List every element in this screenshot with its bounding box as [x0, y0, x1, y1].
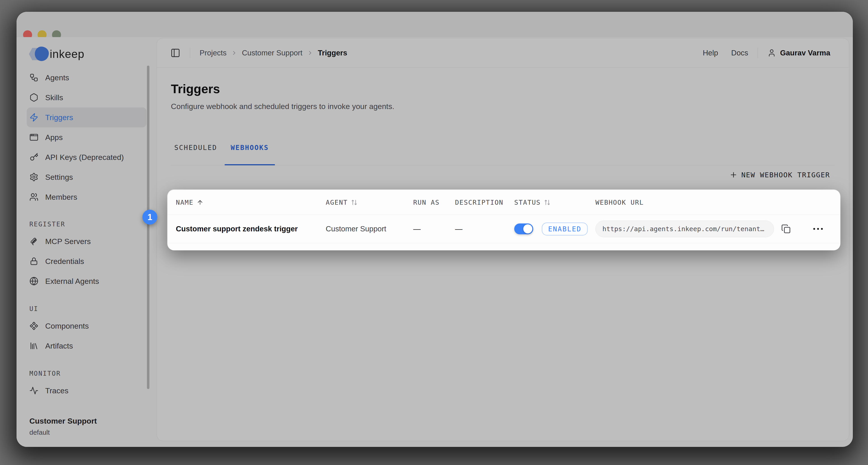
library-icon	[29, 341, 38, 350]
lock-icon	[29, 257, 38, 266]
sidebar-item-label: API Keys (Deprecated)	[45, 153, 124, 162]
user-menu[interactable]: Gaurav Varma	[767, 49, 830, 57]
tab-webhooks[interactable]: WEBHOOKS	[225, 138, 275, 165]
sidebar-section-ui: UI	[27, 301, 147, 316]
column-header-webhook-url: WEBHOOK URL	[595, 190, 840, 215]
sidebar-item-members[interactable]: Members	[27, 187, 147, 207]
mcp-icon	[29, 237, 38, 246]
sidebar-section-register: REGISTER	[27, 217, 147, 231]
status-badge: ENABLED	[542, 223, 588, 235]
sort-both-icon	[544, 199, 551, 206]
inkeep-logo: inkeep	[29, 47, 84, 61]
inkeep-logo-text: inkeep	[50, 48, 84, 61]
tab-scheduled[interactable]: SCHEDULED	[168, 138, 223, 165]
sidebar-item-label: Apps	[45, 133, 63, 142]
tabs: SCHEDULED WEBHOOKS	[168, 138, 275, 165]
sidebar-item-label: Skills	[45, 93, 63, 102]
gear-icon	[29, 173, 38, 182]
docs-link[interactable]: Docs	[731, 49, 748, 57]
breadcrumb-customer-support[interactable]: Customer Support	[242, 49, 303, 57]
sidebar-item-skills[interactable]: Skills	[27, 88, 147, 108]
table-row: Customer support zendesk trigger Custome…	[168, 215, 840, 243]
column-header-status[interactable]: STATUS	[514, 190, 595, 215]
trigger-run-as-cell: —	[413, 215, 455, 243]
column-header-description: DESCRIPTION	[455, 190, 514, 215]
sidebar-item-label: MCP Servers	[45, 237, 91, 246]
help-link[interactable]: Help	[703, 49, 718, 57]
breadcrumb: Projects Customer Support Triggers	[199, 49, 347, 57]
sidebar-item-label: External Agents	[45, 277, 99, 286]
inkeep-logo-icon	[29, 47, 46, 61]
user-name: Gaurav Varma	[780, 49, 830, 57]
trigger-agent-cell: Customer Support	[326, 215, 413, 243]
user-icon	[767, 49, 776, 57]
sidebar-item-label: Agents	[45, 73, 69, 82]
users-icon	[29, 193, 38, 202]
webhook-triggers-table: NAME AGENT RUN AS DESCRIPTION STATUS	[167, 190, 841, 251]
toggle-knob	[523, 224, 532, 233]
sidebar-nav: Agents Skills Triggers Apps API Keys (De…	[27, 68, 147, 401]
column-header-run-as: RUN AS	[413, 190, 455, 215]
sidebar-item-settings[interactable]: Settings	[27, 167, 147, 187]
sidebar-item-label: Credentials	[45, 257, 84, 266]
annotation-step-badge: 1	[143, 210, 157, 225]
sidebar-item-credentials[interactable]: Credentials	[27, 251, 147, 271]
chevron-right-icon	[307, 50, 313, 56]
page-subtitle: Configure webhook and scheduled triggers…	[171, 102, 395, 111]
key-icon	[29, 153, 38, 162]
sidebar-item-label: Components	[45, 322, 89, 330]
activity-icon	[29, 386, 38, 395]
plus-icon	[730, 171, 738, 179]
copy-icon[interactable]	[781, 224, 791, 234]
sidebar-scrollbar[interactable]	[147, 66, 149, 389]
trigger-webhook-url-cell: https://api.agents.inkeep.com/run/tenant…	[595, 215, 840, 243]
app-window: inkeep Agents Skills Triggers Apps API K…	[17, 12, 853, 447]
workflow-icon	[29, 73, 38, 82]
globe-icon	[29, 277, 38, 286]
sidebar-item-traces[interactable]: Traces	[27, 381, 147, 401]
column-header-name[interactable]: NAME	[176, 190, 326, 215]
page-title: Triggers	[171, 82, 220, 96]
sidebar-item-mcp-servers[interactable]: MCP Servers	[27, 231, 147, 251]
table-header-row: NAME AGENT RUN AS DESCRIPTION STATUS	[168, 190, 840, 215]
component-icon	[29, 321, 38, 330]
breadcrumb-triggers: Triggers	[318, 49, 347, 57]
column-header-agent[interactable]: AGENT	[326, 190, 413, 215]
status-toggle[interactable]	[514, 224, 533, 234]
zap-icon	[29, 113, 38, 122]
sort-both-icon	[351, 199, 358, 206]
trigger-name-cell: Customer support zendesk trigger	[176, 215, 326, 243]
sidebar-item-label: Members	[45, 193, 77, 202]
macos-titlebar	[17, 12, 853, 37]
trigger-description-cell: —	[455, 215, 514, 243]
new-webhook-trigger-label: NEW WEBHOOK TRIGGER	[741, 171, 830, 179]
breadcrumb-projects[interactable]: Projects	[199, 49, 226, 57]
sidebar-item-components[interactable]: Components	[27, 316, 147, 336]
sidebar-item-label: Settings	[45, 173, 73, 182]
main-content-card: Projects Customer Support Triggers Help …	[157, 38, 849, 441]
card-header: Projects Customer Support Triggers Help …	[157, 38, 849, 68]
row-actions-menu-icon[interactable]	[813, 228, 823, 230]
sidebar-item-agents[interactable]: Agents	[27, 68, 147, 88]
sidebar-item-api-keys[interactable]: API Keys (Deprecated)	[27, 147, 147, 167]
sidebar-section-monitor: MONITOR	[27, 366, 147, 381]
sidebar-item-label: Artifacts	[45, 342, 73, 350]
sidebar-item-artifacts[interactable]: Artifacts	[27, 336, 147, 356]
chevron-right-icon	[231, 50, 237, 56]
webhook-url-field[interactable]: https://api.agents.inkeep.com/run/tenant…	[595, 221, 774, 237]
sidebar-item-label: Triggers	[45, 113, 73, 122]
sidebar-item-external-agents[interactable]: External Agents	[27, 271, 147, 291]
trigger-status-cell: ENABLED	[514, 215, 595, 243]
new-webhook-trigger-button[interactable]: NEW WEBHOOK TRIGGER	[730, 169, 830, 181]
sidebar-item-label: Traces	[45, 386, 68, 395]
sidebar-toggle-icon[interactable]	[170, 48, 180, 58]
app-window-icon	[29, 133, 38, 142]
hexagon-icon	[29, 93, 38, 102]
sort-asc-icon	[197, 199, 204, 206]
sidebar-item-apps[interactable]: Apps	[27, 127, 147, 147]
sidebar-item-triggers[interactable]: Triggers	[27, 108, 147, 127]
